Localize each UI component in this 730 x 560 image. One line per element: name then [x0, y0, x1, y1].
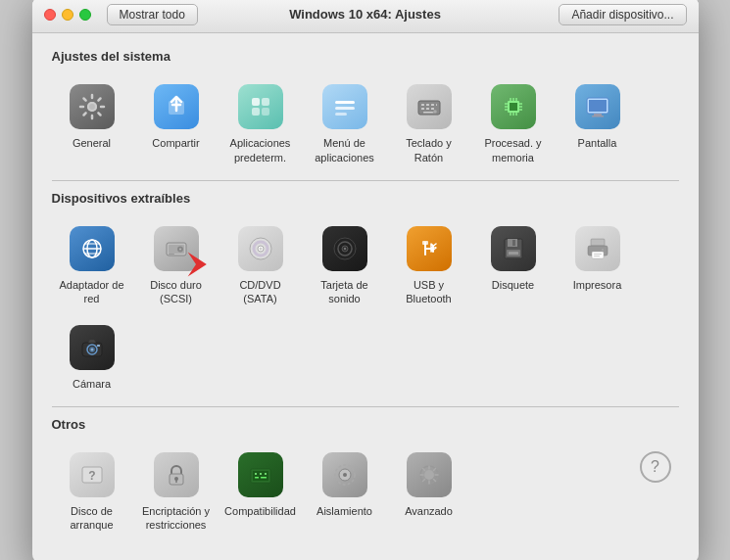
floppy-icon — [491, 226, 536, 271]
svg-point-67 — [602, 249, 604, 251]
item-sonido[interactable]: Tarjeta de sonido — [305, 217, 385, 312]
label-red: Adaptador de red — [56, 278, 128, 306]
item-menu[interactable]: Menú de aplicaciones — [305, 75, 385, 170]
item-avanzado[interactable]: Avanzado — [389, 443, 469, 538]
audio-icon — [322, 226, 367, 271]
svg-rect-5 — [252, 108, 260, 116]
removable-items-grid: Adaptador de red Disco duro (SCSI) — [52, 217, 679, 397]
svg-rect-84 — [261, 477, 267, 479]
harddisk-icon — [154, 226, 199, 271]
svg-rect-16 — [426, 108, 429, 110]
others-items-grid: ? Disco de arranque — [52, 443, 640, 538]
label-avanzado: Avanzado — [405, 504, 453, 518]
isolation-icon — [322, 452, 367, 497]
cddvd-icon — [238, 226, 283, 271]
printer-icon — [575, 226, 620, 271]
svg-rect-56 — [422, 241, 428, 245]
minimize-button[interactable] — [62, 9, 73, 21]
icon-box-avanzado — [404, 449, 455, 500]
label-encriptacion: Encriptación y restricciones — [140, 504, 213, 533]
svg-rect-3 — [252, 98, 260, 106]
item-procesador[interactable]: Procesad. y memoria — [473, 75, 554, 170]
item-impresora[interactable]: Impresora — [558, 217, 638, 312]
label-procesador: Procesad. y memoria — [477, 136, 550, 164]
bootdisk-icon: ? — [70, 452, 115, 497]
share-icon — [154, 84, 199, 129]
svg-rect-12 — [426, 104, 429, 106]
svg-point-19 — [433, 110, 437, 114]
camera-icon — [70, 325, 115, 370]
label-general: General — [73, 136, 111, 150]
item-disco-scsi[interactable]: Disco duro (SCSI) — [136, 217, 217, 312]
keyboard-icon — [407, 84, 452, 129]
usb-bluetooth-icon — [407, 226, 452, 271]
traffic-lights — [44, 9, 91, 21]
item-compatibilidad[interactable]: Compatibilidad — [220, 443, 301, 538]
label-disquete: Disquete — [492, 278, 534, 292]
icon-box-impresora — [572, 223, 623, 274]
item-arranque[interactable]: ? Disco de arranque — [52, 443, 132, 538]
item-pantalla[interactable]: Pantalla — [558, 75, 638, 170]
section-title-system: Ajustes del sistema — [52, 49, 679, 64]
svg-point-80 — [255, 473, 257, 475]
svg-rect-8 — [335, 107, 355, 110]
label-compartir: Compartir — [152, 136, 199, 150]
maximize-button[interactable] — [79, 9, 91, 21]
icon-box-disquete — [488, 223, 539, 274]
item-general[interactable]: General — [52, 75, 132, 170]
label-pantalla: Pantalla — [578, 136, 617, 150]
label-camara: Cámara — [73, 377, 111, 391]
svg-rect-47 — [169, 254, 174, 255]
titlebar-right: Añadir dispositivo... — [559, 4, 686, 25]
label-menu: Menú de aplicaciones — [309, 136, 381, 164]
item-camara[interactable]: Cámara — [52, 316, 132, 397]
svg-point-89 — [424, 470, 434, 480]
titlebar: Mostrar todo Windows 10 x64: Ajustes Aña… — [32, 0, 699, 33]
svg-rect-9 — [335, 113, 347, 116]
icon-box-encriptacion — [151, 449, 202, 500]
add-device-button[interactable]: Añadir dispositivo... — [559, 4, 686, 25]
svg-rect-11 — [421, 104, 424, 106]
item-teclado[interactable]: Teclado y Ratón — [389, 75, 469, 170]
item-red[interactable]: Adaptador de red — [52, 217, 132, 312]
icon-box-aislamiento — [319, 449, 370, 500]
icon-box-usb — [404, 223, 455, 274]
svg-point-82 — [265, 473, 267, 475]
icon-box-pantalla — [572, 81, 623, 132]
item-compartir[interactable]: Compartir — [136, 75, 217, 170]
item-encriptacion[interactable]: Encriptación y restricciones — [136, 443, 217, 538]
svg-rect-35 — [589, 100, 607, 112]
svg-rect-62 — [591, 239, 605, 246]
divider-2 — [52, 406, 679, 407]
compat-icon — [238, 452, 283, 497]
icon-box-procesador — [488, 81, 539, 132]
help-button[interactable]: ? — [640, 451, 671, 483]
item-aplicaciones[interactable]: Aplicaciones predeterm. — [220, 75, 301, 170]
advanced-icon — [407, 452, 452, 497]
svg-rect-4 — [262, 98, 269, 106]
show-all-button[interactable]: Mostrar todo — [107, 4, 198, 25]
item-disquete[interactable]: Disquete — [473, 217, 554, 312]
svg-point-51 — [259, 248, 262, 251]
label-disco-scsi: Disco duro (SCSI) — [140, 278, 213, 306]
icon-box-sonido — [319, 223, 370, 274]
svg-rect-18 — [423, 112, 434, 114]
icon-box-arranque: ? — [67, 449, 118, 500]
item-usb[interactable]: USB y Bluetooth — [389, 217, 469, 312]
item-aislamiento[interactable]: Aislamiento — [305, 443, 385, 538]
label-cddvd: CD/DVD (SATA) — [224, 278, 297, 306]
icon-box-menu — [319, 81, 370, 132]
svg-rect-14 — [436, 104, 437, 106]
gear-icon — [70, 84, 115, 129]
item-cddvd[interactable]: CD/DVD (SATA) — [220, 217, 301, 312]
svg-point-81 — [260, 473, 262, 475]
divider-1 — [52, 180, 679, 181]
screen-icon — [575, 84, 620, 129]
menu-icon — [322, 84, 367, 129]
svg-point-87 — [343, 473, 347, 477]
svg-rect-6 — [262, 108, 269, 116]
label-teclado: Teclado y Ratón — [393, 136, 465, 164]
svg-text:?: ? — [88, 469, 95, 483]
icon-box-compartir — [151, 81, 202, 132]
close-button[interactable] — [44, 9, 56, 21]
